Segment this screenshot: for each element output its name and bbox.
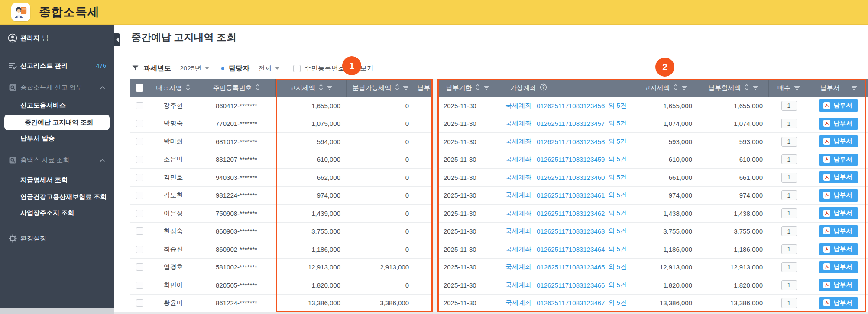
col-header-notice-amount-2[interactable]: 고지세액 xyxy=(633,79,698,97)
payment-slip-button[interactable]: 납부서 xyxy=(819,261,858,273)
payment-slip-button[interactable]: 납부서 xyxy=(819,154,858,166)
row-checkbox[interactable] xyxy=(136,102,143,109)
account-number-link[interactable]: 0126251171083123466 xyxy=(537,282,605,289)
manager-select[interactable]: 전체 xyxy=(258,64,279,73)
row-checkbox[interactable] xyxy=(136,299,143,307)
account-number-link[interactable]: 0126251171083123460 xyxy=(537,174,605,181)
help-icon[interactable]: ? xyxy=(540,83,547,92)
account-more-link[interactable]: 외 5건 xyxy=(608,209,627,218)
row-checkbox[interactable] xyxy=(136,192,143,199)
sidebar-item-settings[interactable]: 환경설정 xyxy=(0,233,114,244)
account-more-link[interactable]: 외 5건 xyxy=(608,227,627,235)
sidebar-item-interim-notice-active[interactable]: 중간예납 고지내역 조회 xyxy=(4,115,110,130)
account-type-link[interactable]: 국세계좌 xyxy=(505,191,531,199)
account-type-link[interactable]: 국세계좌 xyxy=(505,281,531,289)
col-header-name[interactable]: 대표자명 xyxy=(149,79,197,97)
account-more-link[interactable]: 외 5건 xyxy=(608,119,627,128)
account-number-link[interactable]: 0126251171083123462 xyxy=(537,210,605,217)
account-number-link[interactable]: 0126251171083123458 xyxy=(537,138,605,145)
sidebar-collapse-button[interactable] xyxy=(114,33,120,46)
count-box[interactable]: 1 xyxy=(781,154,797,164)
account-number-link[interactable]: 0126251171083123457 xyxy=(537,120,605,127)
account-more-link[interactable]: 외 5건 xyxy=(608,138,627,146)
account-number-link[interactable]: 0126251171083123459 xyxy=(537,156,605,163)
grid-splitter[interactable] xyxy=(433,79,437,312)
sort-icon[interactable] xyxy=(186,84,190,92)
row-checkbox[interactable] xyxy=(136,120,143,127)
count-box[interactable]: 1 xyxy=(781,173,797,183)
row-checkbox[interactable] xyxy=(136,174,143,181)
sort-icon[interactable] xyxy=(745,84,749,92)
row-checkbox[interactable] xyxy=(136,156,143,163)
count-box[interactable]: 1 xyxy=(781,298,797,308)
sort-icon[interactable] xyxy=(319,84,323,92)
account-number-link[interactable]: 0126251171083123456 xyxy=(537,102,605,109)
account-type-link[interactable]: 국세계좌 xyxy=(505,138,531,146)
col-header-count[interactable]: 매수 xyxy=(769,79,809,97)
count-box[interactable]: 1 xyxy=(781,190,797,200)
select-all-checkbox[interactable] xyxy=(136,84,143,92)
col-header-virtual-account[interactable]: 가상계좌? xyxy=(498,79,633,97)
account-number-link[interactable]: 0126251171083123465 xyxy=(537,263,605,271)
account-type-link[interactable]: 국세계좌 xyxy=(505,155,531,163)
sort-icon[interactable] xyxy=(395,84,399,92)
sidebar-section-hometax[interactable]: 홈택스 자료 조회 xyxy=(0,155,114,165)
account-type-link[interactable]: 국세계좌 xyxy=(505,119,531,128)
payment-slip-button[interactable]: 납부서 xyxy=(819,207,858,219)
account-more-link[interactable]: 외 5건 xyxy=(608,245,627,253)
sidebar-item-send-payment[interactable]: 납부서 발송 xyxy=(0,133,114,144)
payment-slip-button[interactable]: 납부서 xyxy=(819,297,858,309)
count-box[interactable]: 1 xyxy=(781,226,797,236)
row-checkbox[interactable] xyxy=(136,246,143,253)
count-box[interactable]: 1 xyxy=(781,244,797,254)
count-box[interactable]: 1 xyxy=(781,119,797,128)
filter-icon[interactable] xyxy=(794,84,800,92)
row-checkbox[interactable] xyxy=(136,210,143,217)
sidebar-item-payment-statement[interactable]: 지급명세서 조회 xyxy=(0,175,114,185)
tax-year-select[interactable]: 2025년 xyxy=(180,64,209,73)
filter-icon[interactable] xyxy=(327,84,333,92)
col-header-due-date[interactable]: 납부기한 xyxy=(437,79,498,97)
count-box[interactable]: 1 xyxy=(781,137,797,147)
count-box[interactable]: 1 xyxy=(781,262,797,272)
col-header-due-truncated[interactable]: 납부 xyxy=(415,79,433,97)
account-more-link[interactable]: 외 5건 xyxy=(608,102,627,110)
account-type-link[interactable]: 국세계좌 xyxy=(505,173,531,182)
payment-slip-button[interactable]: 납부서 xyxy=(819,279,858,291)
account-type-link[interactable]: 국세계좌 xyxy=(505,102,531,110)
payment-slip-button[interactable]: 납부서 xyxy=(819,225,858,237)
sidebar-item-report-list[interactable]: 신고리스트 관리 476 xyxy=(0,61,114,71)
col-header-payable-amount[interactable]: 납부할세액 xyxy=(698,79,769,97)
payment-slip-button[interactable]: 납부서 xyxy=(819,135,858,147)
sidebar-item-insurance-inquiry[interactable]: 연금건강고용산재보험료 조회 xyxy=(0,192,114,202)
account-number-link[interactable]: 0126251171083123467 xyxy=(537,299,605,307)
sidebar-item-business-address[interactable]: 사업장주소지 조회 xyxy=(0,208,114,218)
account-more-link[interactable]: 외 5건 xyxy=(608,263,627,271)
row-checkbox[interactable] xyxy=(136,263,143,271)
rrn-show-all-checkbox[interactable] xyxy=(293,65,301,72)
count-box[interactable]: 1 xyxy=(781,101,797,111)
row-checkbox[interactable] xyxy=(136,282,143,289)
account-number-link[interactable]: 0126251171083123461 xyxy=(537,192,605,199)
col-header-rrn[interactable]: 주민등록번호 xyxy=(197,79,276,97)
account-type-link[interactable]: 국세계좌 xyxy=(505,299,531,307)
account-type-link[interactable]: 국세계좌 xyxy=(505,245,531,253)
sidebar-section-income-tax[interactable]: 종합소득세 신고 업무 xyxy=(0,82,114,93)
col-header-notice-amount[interactable]: 고지세액 xyxy=(276,79,347,97)
account-more-link[interactable]: 외 5건 xyxy=(608,173,627,182)
payment-slip-button[interactable]: 납부서 xyxy=(819,171,858,183)
payment-slip-button[interactable]: 납부서 xyxy=(819,243,858,255)
account-more-link[interactable]: 외 5건 xyxy=(608,281,627,289)
sidebar-item-help-service[interactable]: 신고도움서비스 xyxy=(0,100,114,110)
account-number-link[interactable]: 0126251171083123464 xyxy=(537,246,605,253)
payment-slip-button[interactable]: 납부서 xyxy=(819,189,858,202)
row-checkbox[interactable] xyxy=(136,227,143,235)
row-checkbox[interactable] xyxy=(136,138,143,145)
col-header-payment-slip[interactable]: 납부서 xyxy=(809,79,868,97)
filter-icon[interactable] xyxy=(681,84,687,92)
account-more-link[interactable]: 외 5건 xyxy=(608,299,627,307)
filter-icon[interactable] xyxy=(851,84,857,92)
payment-slip-button[interactable]: 납부서 xyxy=(819,99,858,112)
account-more-link[interactable]: 외 5건 xyxy=(608,191,627,199)
sort-icon[interactable] xyxy=(256,84,260,92)
